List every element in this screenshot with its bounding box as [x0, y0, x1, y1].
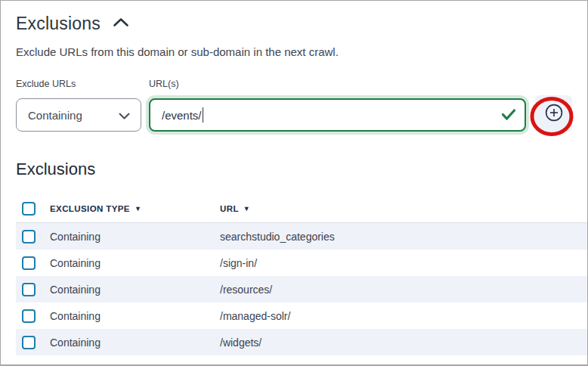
url-input-value: /events/ — [162, 109, 202, 122]
chevron-up-icon — [113, 17, 129, 29]
exclusions-list-heading: Exclusions — [16, 159, 587, 180]
exclude-urls-label: Exclude URLs — [16, 79, 141, 89]
row-checkbox-cell — [16, 336, 50, 349]
add-exclusion-button[interactable] — [535, 95, 572, 132]
cell-exclusion-type: Containing — [50, 231, 220, 243]
table-row[interactable]: Containing /managed-solr/ — [16, 302, 587, 329]
cell-exclusion-type: Containing — [50, 310, 220, 322]
url-input[interactable]: /events/ — [149, 98, 526, 132]
row-checkbox[interactable] — [22, 283, 36, 296]
sort-desc-icon: ▼ — [243, 205, 250, 212]
cell-exclusion-type: Containing — [50, 337, 220, 349]
plus-circle-icon — [544, 103, 564, 125]
cell-url: /sign-in/ — [220, 257, 587, 269]
header-checkbox-cell — [16, 202, 50, 216]
row-checkbox[interactable] — [22, 230, 36, 243]
cell-url: searchstudio_categories — [220, 231, 587, 243]
row-checkbox[interactable] — [22, 309, 36, 323]
column-header-url[interactable]: URL▼ — [220, 204, 587, 213]
chevron-down-icon — [119, 109, 130, 122]
exclusion-type-select[interactable]: Containing — [16, 98, 141, 132]
row-checkbox[interactable] — [22, 256, 36, 270]
urls-field: URL(s) /events/ — [149, 79, 526, 132]
urls-label: URL(s) — [149, 79, 526, 89]
row-checkbox-cell — [16, 309, 50, 323]
exclude-urls-field: Exclude URLs Containing — [16, 79, 141, 132]
url-input-wrap: /events/ — [149, 98, 526, 132]
panel-description: Exclude URLs from this domain or sub-dom… — [16, 45, 587, 59]
table-row[interactable]: Containing /sign-in/ — [16, 250, 587, 276]
row-checkbox[interactable] — [22, 336, 36, 349]
panel-title: Exclusions — [16, 12, 101, 35]
select-all-checkbox[interactable] — [22, 202, 36, 216]
column-header-label: EXCLUSION TYPE — [50, 204, 130, 213]
cell-exclusion-type: Containing — [50, 284, 220, 296]
column-header-exclusion-type[interactable]: EXCLUSION TYPE▼ — [50, 204, 220, 213]
exclusion-form: Exclude URLs Containing URL(s) /events/ — [16, 79, 587, 132]
text-caret — [203, 107, 204, 123]
table-header-row: EXCLUSION TYPE▼ URL▼ — [16, 195, 587, 223]
table-row[interactable]: Containing /resources/ — [16, 276, 587, 302]
row-checkbox-cell — [16, 283, 50, 296]
sort-desc-icon: ▼ — [135, 205, 141, 212]
exclusions-panel: Exclusions Exclude URLs from this domain… — [0, 0, 588, 366]
collapse-section-button[interactable] — [113, 17, 129, 29]
cell-url: /resources/ — [220, 284, 587, 296]
panel-header: Exclusions — [1, 1, 587, 35]
row-checkbox-cell — [16, 256, 50, 270]
table-row[interactable]: Containing searchstudio_categories — [16, 223, 587, 250]
row-checkbox-cell — [16, 230, 50, 243]
cell-url: /widgets/ — [220, 337, 587, 349]
exclusions-table: EXCLUSION TYPE▼ URL▼ Containing searchst… — [16, 195, 587, 355]
column-header-label: URL — [220, 204, 239, 213]
cell-exclusion-type: Containing — [50, 257, 220, 269]
exclusion-type-value: Containing — [28, 109, 82, 122]
checkmark-icon — [501, 108, 516, 124]
table-row[interactable]: Containing /widgets/ — [16, 329, 587, 355]
cell-url: /managed-solr/ — [220, 310, 587, 322]
